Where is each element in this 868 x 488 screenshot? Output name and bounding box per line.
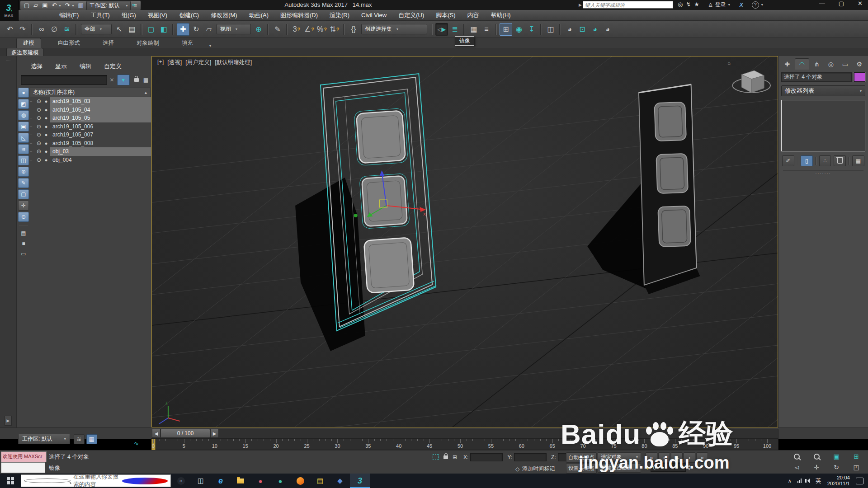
orbit-icon[interactable]: ↻	[826, 462, 846, 472]
render-dot-icon[interactable]: ●	[42, 132, 50, 137]
set-key-button[interactable]: 设置关键点	[566, 463, 597, 474]
display-shapes-icon[interactable]: ◩	[18, 99, 29, 109]
named-selection-dropdown[interactable]: 创建选择集▾	[361, 24, 427, 34]
maximize-viewport-icon[interactable]: ◰	[846, 462, 866, 472]
menu-item-6[interactable]: 动画(A)	[243, 10, 274, 20]
minimize-button[interactable]: —	[819, 0, 825, 7]
viewport-pov-menu[interactable]: [透视]	[167, 59, 182, 66]
ribbon-minimize-icon[interactable]: ▾	[209, 44, 211, 48]
add-time-tag[interactable]: ◇ 添加时间标记	[515, 465, 555, 473]
menu-item-7[interactable]: 图形编辑器(D)	[274, 10, 324, 20]
mirror-icon[interactable]: ◁▶	[435, 23, 448, 36]
absolute-mode-icon[interactable]: ⊞	[453, 454, 457, 460]
render-dot-icon[interactable]: ●	[42, 141, 50, 146]
communication-center-icon[interactable]: ↯	[686, 1, 691, 8]
workspace-dropdown-bottom[interactable]: 工作区: 默认▾	[18, 434, 70, 444]
render-dot-icon[interactable]: ●	[42, 99, 50, 104]
ribbon-tab-4[interactable]: 填充	[175, 38, 199, 48]
reference-coordinate-dropdown[interactable]: 视图▾	[217, 24, 251, 34]
modifier-stack[interactable]	[781, 100, 865, 151]
search-binoculars-icon[interactable]: ◎	[678, 1, 683, 8]
explorer-search-input[interactable]	[21, 75, 107, 85]
panel-collapse-handle[interactable]: ▶	[5, 416, 12, 426]
max-logo-menu[interactable]: 3, MAX	[0, 0, 19, 21]
zoom-extents-icon[interactable]: ▣	[826, 451, 846, 461]
redo-icon-dropdown[interactable]: ▾	[72, 4, 74, 8]
object-color-swatch[interactable]	[854, 72, 865, 82]
layer-manager-icon[interactable]: ▦	[468, 23, 480, 35]
unlink-selection-icon[interactable]: ∅	[48, 23, 60, 35]
search-expand-icon[interactable]: ▶	[579, 3, 582, 7]
bind-to-space-warp-icon[interactable]: ≋	[61, 23, 73, 35]
action-center-icon[interactable]	[856, 478, 863, 484]
display-spacewarps-icon[interactable]: ≋	[18, 144, 29, 154]
layout-grid-icon[interactable]: ▦	[86, 434, 97, 444]
display-frozen-icon[interactable]: ✛	[18, 201, 29, 211]
select-and-scale-icon[interactable]: ▱	[203, 23, 215, 35]
auto-key-button[interactable]: 自动关键点	[566, 452, 597, 463]
display-helpers-icon[interactable]: ◺	[18, 133, 29, 143]
start-button[interactable]	[0, 474, 21, 488]
file-explorer-icon[interactable]	[231, 474, 250, 488]
ribbon-tab-0[interactable]: 建模	[16, 38, 41, 48]
hierarchy-tab[interactable]: ⋔	[810, 59, 824, 70]
modifier-list-dropdown[interactable]: 修改器列表 ▾	[781, 85, 865, 96]
favorites-star-icon[interactable]: ★	[694, 1, 699, 8]
sync-selection-icon[interactable]: ■	[19, 239, 28, 248]
rectangular-selection-icon[interactable]: ▢	[145, 23, 157, 35]
app-teal-icon[interactable]: ●	[270, 474, 290, 488]
clear-search-icon[interactable]: ✕	[109, 77, 115, 83]
signin-dropdown-icon[interactable]: ▾	[728, 3, 730, 7]
next-key-icon[interactable]: ▶	[210, 429, 219, 438]
trackbar-curves-icon[interactable]: ∿	[134, 440, 139, 447]
select-and-rotate-icon[interactable]: ↻	[190, 23, 202, 35]
display-hidden-icon[interactable]: ⊙	[18, 212, 29, 222]
dock-grip[interactable]	[6, 59, 10, 61]
explorer-menu-2[interactable]: 编辑	[80, 62, 91, 70]
display-containers-icon[interactable]: ▢	[18, 189, 29, 199]
firefox-icon[interactable]	[290, 474, 310, 488]
use-pivot-point-icon[interactable]: ⊕	[253, 23, 264, 35]
go-to-start-icon[interactable]: «	[646, 452, 657, 463]
next-frame-icon[interactable]: ›	[684, 452, 695, 463]
select-and-manipulate-icon[interactable]: ✎	[272, 23, 283, 35]
render-production-icon[interactable]: ◕	[589, 23, 601, 35]
pin-stack-icon[interactable]: ✐	[782, 155, 794, 166]
help-search-input[interactable]	[583, 1, 673, 9]
exchange-icon[interactable]: X	[740, 2, 743, 8]
scene-explorer-icon[interactable]: ⊞	[500, 23, 512, 36]
list-item[interactable]: –⊙●arch19_105_008	[30, 139, 151, 148]
snap-toggle-icon[interactable]: 3?	[291, 23, 302, 35]
viewcube[interactable]	[732, 70, 770, 93]
layer-list-icon[interactable]: ≡	[481, 23, 492, 35]
input-language-indicator[interactable]: 英	[816, 477, 821, 485]
y-coordinate-field[interactable]	[514, 453, 547, 461]
app-color-icon[interactable]: ◆	[330, 474, 350, 488]
help-dropdown-icon[interactable]: ▾	[761, 3, 763, 7]
angle-snap-icon[interactable]: ∠?	[303, 23, 315, 35]
maximize-button[interactable]: ▢	[839, 0, 844, 7]
render-dot-icon[interactable]: ●	[42, 157, 50, 163]
maxscript-mini-listener[interactable]: 欢迎使用 MAXScr	[1, 451, 47, 462]
make-unique-icon[interactable]: ∴	[819, 155, 831, 166]
lock-icon[interactable]	[134, 78, 139, 82]
visibility-eye-icon[interactable]: ⊙	[35, 157, 42, 163]
notes-app-icon[interactable]: ▤	[310, 474, 330, 488]
selection-filter-dropdown[interactable]: 全部▾	[81, 24, 112, 34]
select-object-icon[interactable]: ↖	[113, 23, 125, 35]
explorer-menu-1[interactable]: 显示	[55, 62, 67, 70]
render-setup-icon[interactable]: ◕	[564, 23, 576, 35]
workspace-dropdown[interactable]: 工作区: 默认▾	[86, 1, 131, 10]
help-icon[interactable]: ?	[752, 1, 759, 9]
menu-item-13[interactable]: 帮助(H)	[485, 10, 517, 20]
material-editor-icon[interactable]: ◉	[513, 23, 525, 35]
track-bar[interactable]: 0510152025303540455055606570758085909510…	[151, 438, 778, 450]
explorer-menu-3[interactable]: 自定义	[104, 62, 122, 70]
remove-modifier-icon[interactable]	[834, 155, 846, 166]
edit-named-selections-icon[interactable]: {}	[348, 23, 359, 35]
ribbon-tab-1[interactable]: 自由形式	[51, 38, 86, 48]
display-geometry-icon[interactable]: ●	[18, 88, 29, 98]
modify-tab[interactable]: ◠	[795, 58, 810, 70]
visibility-eye-icon[interactable]: ⊙	[35, 98, 42, 104]
visibility-eye-icon[interactable]: ⊙	[35, 148, 42, 155]
